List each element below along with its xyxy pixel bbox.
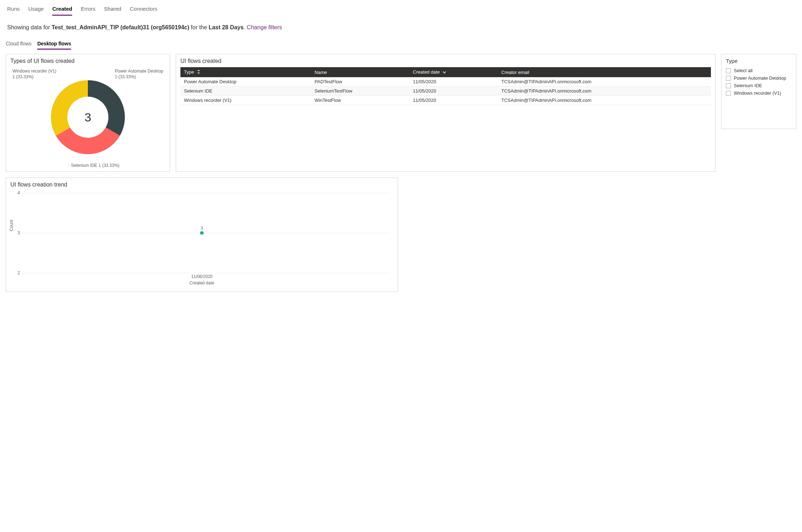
sort-updown-icon — [197, 70, 200, 75]
filter-windows-recorder[interactable]: Windows recorder (V1) — [726, 89, 792, 97]
gridline — [23, 273, 390, 273]
cell-type: Power Automate Desktop — [180, 77, 311, 86]
table-row[interactable]: Power Automate Desktop PADTestFlow 11/05… — [180, 77, 711, 86]
y-axis-label: Count — [9, 219, 14, 231]
table-row[interactable]: Selenium IDE SeleniumTestFlow 11/05/2020… — [180, 86, 711, 96]
checkbox-icon — [726, 76, 731, 81]
chevron-down-icon — [443, 70, 446, 75]
filter-select-all[interactable]: Select all — [726, 67, 792, 74]
donut-label-wr-line2: 1 (33.33%) — [13, 74, 56, 80]
tab-created[interactable]: Created — [52, 4, 72, 16]
cell-name: SeleniumTestFlow — [311, 86, 409, 96]
cell-name: WinTestFlow — [311, 96, 409, 105]
filter-env-name: Test_test_AdminAPI_TIP (default)31 (org5… — [52, 24, 189, 30]
table-header-row: Type Name Created date — [180, 67, 711, 77]
donut-label-wr-line1: Windows recorder (V1) — [13, 69, 56, 74]
donut-chart[interactable]: 3 Windows recorder (V1) 1 (33.33%) Power… — [10, 67, 165, 167]
ui-flows-table: Type Name Created date — [180, 67, 711, 105]
donut-label-sel-text: Selenium IDE 1 (33.33%) — [71, 163, 119, 168]
col-name[interactable]: Name — [311, 67, 409, 77]
checkbox-icon — [726, 83, 731, 88]
types-of-ui-flows-card: Types of UI flows created 3 Windows reco… — [6, 54, 170, 172]
type-filter-title: Type — [726, 58, 792, 64]
cell-type: Selenium IDE — [180, 86, 311, 96]
donut-label-pad-line2: 1 (33.33%) — [115, 74, 163, 80]
col-creator-email[interactable]: Creator email — [498, 67, 711, 77]
cell-name: PADTestFlow — [311, 77, 409, 86]
cell-type: Windows recorder (V1) — [180, 96, 311, 105]
donut-label-pad-line1: Power Automate Desktop — [115, 69, 163, 74]
gridline — [23, 193, 390, 193]
col-creator-label: Creator email — [501, 70, 529, 75]
top-tabs: Runs Usage Created Errors Shared Connect… — [0, 0, 802, 16]
sub-tabs: Cloud flows Desktop flows — [0, 35, 802, 50]
col-type-label: Type — [184, 69, 194, 75]
filter-selenium[interactable]: Selenium IDE — [726, 82, 792, 89]
change-filters-link[interactable]: Change filters — [247, 24, 282, 30]
tab-usage[interactable]: Usage — [28, 4, 44, 16]
filter-period: Last 28 Days — [209, 24, 244, 30]
donut-center-value: 3 — [85, 110, 91, 124]
ui-flows-trend-card: UI flows creation trend Count 4 3 2 3 11… — [6, 178, 398, 292]
x-tick: 11/06/2020 — [191, 274, 213, 279]
col-created-date[interactable]: Created date — [409, 67, 498, 77]
dashboard-row-1: Types of UI flows created 3 Windows reco… — [6, 54, 796, 172]
cell-created: 11/05/2020 — [409, 77, 498, 86]
tab-shared[interactable]: Shared — [104, 4, 121, 16]
col-type[interactable]: Type — [180, 67, 311, 77]
table-row[interactable]: Windows recorder (V1) WinTestFlow 11/05/… — [180, 96, 711, 105]
trend-chart[interactable]: Count 4 3 2 3 11/06/2020 Created date — [10, 191, 393, 285]
subtab-cloud-flows[interactable]: Cloud flows — [6, 39, 31, 50]
tab-runs[interactable]: Runs — [7, 4, 20, 16]
trend-title: UI flows creation trend — [10, 182, 393, 188]
filter-pad[interactable]: Power Automate Desktop — [726, 74, 792, 82]
ui-flows-created-card: UI flows created Type Name — [176, 54, 716, 172]
donut-label-selenium: └ Selenium IDE 1 (33.33%) — [67, 163, 119, 169]
col-name-label: Name — [315, 70, 327, 75]
y-tick-3: 3 — [18, 230, 20, 235]
tab-errors[interactable]: Errors — [81, 4, 95, 16]
cell-created: 11/05/2020 — [409, 96, 498, 105]
filter-prefix: Showing data for — [7, 24, 52, 30]
donut-label-windows-recorder: Windows recorder (V1) 1 (33.33%) — [13, 69, 56, 80]
filter-middle: for the — [189, 24, 209, 30]
tab-connectors[interactable]: Connectors — [130, 4, 157, 16]
checkbox-icon — [726, 68, 731, 73]
data-point-label: 3 — [201, 226, 203, 231]
x-axis-label: Created date — [189, 280, 214, 285]
data-point[interactable] — [200, 231, 204, 235]
donut-label-pad: Power Automate Desktop 1 (33.33%) — [115, 69, 163, 80]
dashboard: Types of UI flows created 3 Windows reco… — [0, 50, 802, 298]
checkbox-icon — [726, 91, 731, 96]
filter-option-label: Windows recorder (V1) — [734, 90, 781, 96]
donut-title: Types of UI flows created — [10, 58, 165, 64]
col-created-label: Created date — [413, 69, 440, 75]
filter-option-label: Selenium IDE — [734, 83, 762, 88]
cell-creator: TCSAdmin@TIPAdminAPI.onmicrosoft.com — [498, 86, 711, 96]
cell-created: 11/05/2020 — [409, 86, 498, 96]
filter-option-label: Power Automate Desktop — [734, 75, 786, 81]
cell-creator: TCSAdmin@TIPAdminAPI.onmicrosoft.com — [498, 96, 711, 105]
subtab-desktop-flows[interactable]: Desktop flows — [37, 39, 71, 50]
y-tick-2: 2 — [18, 270, 20, 275]
filter-description: Showing data for Test_test_AdminAPI_TIP … — [0, 16, 802, 35]
gridline — [23, 233, 390, 233]
y-tick-4: 4 — [18, 190, 20, 195]
filter-option-label: Select all — [734, 68, 753, 73]
table-title: UI flows created — [180, 58, 711, 64]
filter-suffix: . — [244, 24, 247, 30]
cell-creator: TCSAdmin@TIPAdminAPI.onmicrosoft.com — [498, 77, 711, 86]
type-filter-card: Type Select all Power Automate Desktop S… — [721, 54, 796, 129]
